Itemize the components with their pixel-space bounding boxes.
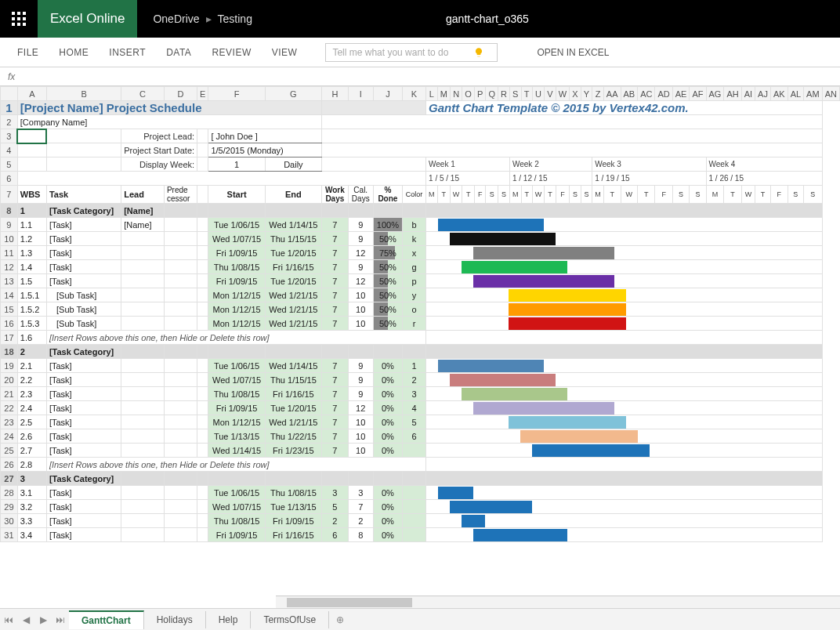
column-header[interactable]: AA <box>603 87 621 101</box>
titlebar: Excel Online OneDrive ▸ Testing gantt-ch… <box>0 0 840 38</box>
column-header[interactable]: Q <box>486 87 498 101</box>
chevron-right-icon: ▸ <box>206 13 212 25</box>
tell-me-search[interactable]: Tell me what you want to do <box>325 43 498 62</box>
sheet-tab-bar: ⏮ ◀ ▶ ⏭ GanttChart Holidays Help TermsOf… <box>0 608 840 630</box>
column-header[interactable]: U <box>532 87 545 101</box>
select-all-corner[interactable] <box>1 87 18 101</box>
column-header[interactable]: Y <box>581 87 592 101</box>
svg-rect-1 <box>17 12 20 15</box>
svg-rect-4 <box>17 17 20 20</box>
column-header[interactable]: AB <box>621 87 638 101</box>
gantt-bar <box>473 529 567 541</box>
column-header[interactable]: AJ <box>755 87 771 101</box>
sheet-tab-holidays[interactable]: Holidays <box>144 611 206 628</box>
column-header[interactable]: I <box>348 87 373 101</box>
gantt-bar <box>473 402 614 415</box>
column-header[interactable]: M <box>437 87 450 101</box>
sheet-nav-last-icon[interactable]: ⏭ <box>52 614 69 625</box>
formula-bar[interactable]: fx <box>0 67 840 86</box>
horizontal-scrollbar[interactable] <box>276 596 840 608</box>
column-header[interactable]: P <box>474 87 486 101</box>
sheet-tab-terms[interactable]: TermsOfUse <box>251 611 329 628</box>
column-header[interactable]: AL <box>788 87 803 101</box>
gantt-bar <box>473 275 614 288</box>
column-header[interactable]: B <box>46 87 121 101</box>
column-header[interactable]: C <box>121 87 165 101</box>
column-header[interactable]: T <box>521 87 532 101</box>
gantt-bar <box>532 444 650 457</box>
sheet-nav-first-icon[interactable]: ⏮ <box>0 614 17 625</box>
column-header[interactable]: AN <box>822 87 839 101</box>
project-title: [Project Name] Project Schedule <box>17 101 321 115</box>
document-name[interactable]: gantt-chart_o365 <box>252 13 722 25</box>
gantt-bar <box>520 430 638 443</box>
gantt-bar <box>473 247 614 259</box>
svg-rect-5 <box>23 17 26 20</box>
tab-view[interactable]: VIEW <box>272 47 298 58</box>
column-header[interactable]: S <box>509 87 521 101</box>
svg-rect-2 <box>23 12 26 15</box>
column-header[interactable]: AF <box>690 87 706 101</box>
scrollbar-thumb[interactable] <box>287 598 412 607</box>
tab-review[interactable]: REVIEW <box>212 47 251 58</box>
column-header[interactable]: X <box>570 87 581 101</box>
column-header[interactable]: E <box>197 87 208 101</box>
column-header[interactable]: AM <box>804 87 823 101</box>
column-header[interactable]: F <box>208 87 265 101</box>
gantt-bar <box>509 289 626 302</box>
svg-rect-8 <box>23 23 26 26</box>
tab-data[interactable]: DATA <box>166 47 191 58</box>
gantt-bar <box>462 261 567 273</box>
app-launcher-icon[interactable] <box>0 0 38 38</box>
svg-rect-7 <box>17 23 20 26</box>
breadcrumb-root[interactable]: OneDrive <box>153 13 199 25</box>
gantt-bar <box>438 487 473 499</box>
column-header[interactable]: G <box>265 87 321 101</box>
column-header[interactable]: D <box>164 87 197 101</box>
column-header[interactable]: R <box>498 87 510 101</box>
svg-rect-0 <box>12 12 15 15</box>
gantt-bar <box>450 233 556 245</box>
column-header[interactable]: V <box>545 87 556 101</box>
svg-rect-3 <box>12 17 15 20</box>
breadcrumb: OneDrive ▸ Testing <box>137 13 252 25</box>
sheet-nav-next-icon[interactable]: ▶ <box>34 614 52 625</box>
brand-label: Excel Online <box>38 0 137 38</box>
lightbulb-icon <box>473 47 484 58</box>
column-header[interactable]: AG <box>706 87 724 101</box>
sheet-nav-prev-icon[interactable]: ◀ <box>17 614 34 625</box>
column-header[interactable]: A <box>17 87 46 101</box>
column-header[interactable]: O <box>462 87 475 101</box>
breadcrumb-folder[interactable]: Testing <box>218 13 252 25</box>
column-header[interactable]: K <box>402 87 425 101</box>
column-header[interactable]: AD <box>655 87 672 101</box>
add-sheet-icon[interactable]: ⊕ <box>329 614 351 625</box>
gantt-bar <box>438 219 544 231</box>
column-header[interactable]: AC <box>638 87 655 101</box>
spreadsheet-grid[interactable]: ABCDEFGHIJKLMNOPQRSTUVWXYZAAABACADAEAFAG… <box>0 86 840 608</box>
column-header[interactable]: H <box>322 87 349 101</box>
column-header[interactable]: J <box>373 87 402 101</box>
tab-insert[interactable]: INSERT <box>109 47 146 58</box>
sheet-tab-help[interactable]: Help <box>206 611 252 628</box>
sheet-tab-ganttchart[interactable]: GanttChart <box>69 610 144 629</box>
column-header[interactable]: N <box>450 87 462 101</box>
open-in-excel-button[interactable]: OPEN IN EXCEL <box>537 47 609 58</box>
tab-home[interactable]: HOME <box>59 47 89 58</box>
column-header[interactable]: W <box>556 87 569 101</box>
column-header[interactable]: Z <box>592 87 604 101</box>
fx-label: fx <box>8 71 15 82</box>
column-header[interactable]: AI <box>741 87 755 101</box>
selected-cell[interactable] <box>17 129 46 143</box>
column-header[interactable]: L <box>426 87 438 101</box>
gantt-bar <box>509 317 626 330</box>
column-header[interactable]: AE <box>672 87 690 101</box>
svg-rect-6 <box>12 23 15 26</box>
ribbon: FILE HOME INSERT DATA REVIEW VIEW Tell m… <box>0 38 840 67</box>
search-placeholder: Tell me what you want to do <box>332 47 448 58</box>
column-header[interactable]: AK <box>770 87 788 101</box>
gantt-bar <box>438 360 544 372</box>
tab-file[interactable]: FILE <box>17 47 38 58</box>
column-header[interactable]: AH <box>724 87 741 101</box>
gantt-bar <box>450 374 556 386</box>
